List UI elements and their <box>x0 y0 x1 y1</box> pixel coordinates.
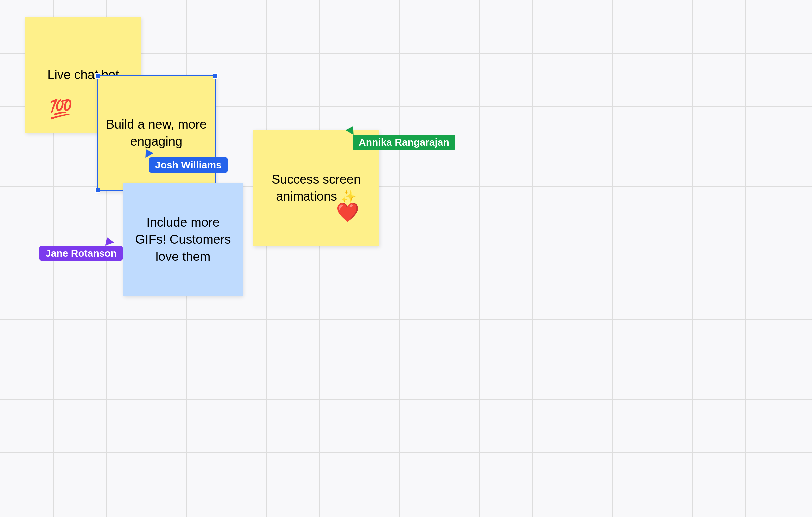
sticky-note-build[interactable]: Build a new, more engaging <box>96 75 216 191</box>
cursor-pointer-jane <box>103 236 114 246</box>
resize-handle-bl[interactable] <box>95 188 100 193</box>
name-label-annika: Annika Rangarajan <box>353 135 455 150</box>
note-text-build: Build a new, more engaging <box>106 116 207 150</box>
sticker-100: 💯 <box>49 98 72 120</box>
resize-handle-tr[interactable] <box>213 73 218 79</box>
note-text-gifs: Include more GIFs! Customers love them <box>131 214 235 265</box>
sticky-note-gifs[interactable]: Include more GIFs! Customers love them <box>123 183 243 296</box>
sticker-heart: ❤️ <box>336 201 359 223</box>
note-text-success: Success screen animations ✨ <box>261 171 371 205</box>
name-label-jane: Jane Rotanson <box>39 246 123 261</box>
name-label-josh: Josh Williams <box>149 157 228 173</box>
resize-handle-tl[interactable] <box>95 73 100 79</box>
